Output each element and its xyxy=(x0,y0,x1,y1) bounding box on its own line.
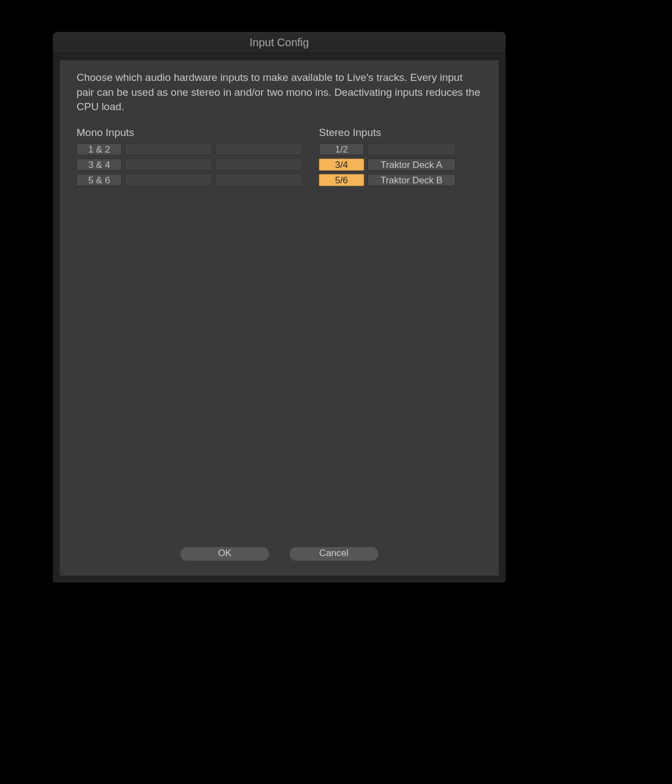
mono-name-field-6[interactable] xyxy=(215,174,302,186)
mono-channel-toggle-3-4[interactable]: 3 & 4 xyxy=(77,159,122,171)
mono-row-3: 5 & 6 xyxy=(77,174,302,186)
mono-row-1: 1 & 2 xyxy=(77,143,302,155)
ok-button[interactable]: OK xyxy=(180,547,269,561)
help-text: Choose which audio hardware inputs to ma… xyxy=(77,70,482,115)
io-columns: Mono Inputs 1 & 2 3 & 4 5 & 6 xyxy=(77,127,482,189)
window-body: Choose which audio hardware inputs to ma… xyxy=(59,60,499,576)
mono-name-field-5[interactable] xyxy=(125,174,212,186)
input-config-window: Input Config Choose which audio hardware… xyxy=(53,32,506,582)
mono-row-2: 3 & 4 xyxy=(77,159,302,171)
cancel-button[interactable]: Cancel xyxy=(289,547,378,561)
stereo-heading: Stereo Inputs xyxy=(319,127,456,139)
mono-name-field-1[interactable] xyxy=(125,143,212,155)
mono-channel-toggle-5-6[interactable]: 5 & 6 xyxy=(77,174,122,186)
window-body-outer: Choose which audio hardware inputs to ma… xyxy=(53,53,506,582)
stereo-row-2: 3/4 Traktor Deck A xyxy=(319,159,456,171)
stereo-channel-toggle-3-4[interactable]: 3/4 xyxy=(319,159,364,171)
stereo-name-field-5-6[interactable]: Traktor Deck B xyxy=(367,174,456,186)
stereo-row-3: 5/6 Traktor Deck B xyxy=(319,174,456,186)
stereo-name-field-3-4[interactable]: Traktor Deck A xyxy=(367,159,456,171)
window-title: Input Config xyxy=(53,32,506,53)
stereo-channel-toggle-5-6[interactable]: 5/6 xyxy=(319,174,364,186)
stereo-inputs-column: Stereo Inputs 1/2 3/4 Traktor Deck A 5/6… xyxy=(319,127,456,189)
mono-name-field-2[interactable] xyxy=(215,143,302,155)
mono-name-field-4[interactable] xyxy=(215,159,302,171)
stereo-row-1: 1/2 xyxy=(319,143,456,155)
dialog-footer: OK Cancel xyxy=(77,547,482,564)
stereo-channel-toggle-1-2[interactable]: 1/2 xyxy=(319,143,364,155)
mono-name-field-3[interactable] xyxy=(125,159,212,171)
mono-heading: Mono Inputs xyxy=(77,127,302,139)
mono-inputs-column: Mono Inputs 1 & 2 3 & 4 5 & 6 xyxy=(77,127,302,189)
stereo-name-field-1-2[interactable] xyxy=(367,143,456,155)
mono-channel-toggle-1-2[interactable]: 1 & 2 xyxy=(77,143,122,155)
